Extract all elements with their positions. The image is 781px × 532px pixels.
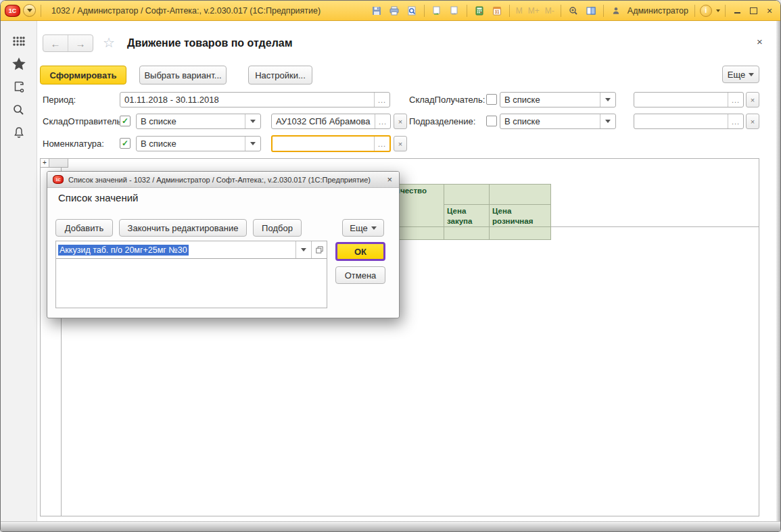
close-window-button[interactable]: × xyxy=(763,5,776,16)
report-header-price-purchase: Цена закупа xyxy=(444,204,490,227)
division-value-input[interactable] xyxy=(634,114,728,128)
value-list-dialog: 1С Список значений - 1032 / Администрато… xyxy=(47,171,400,318)
division-clear-button[interactable]: × xyxy=(746,114,759,129)
print-preview-icon[interactable] xyxy=(404,3,419,18)
file-print-icon[interactable] xyxy=(447,3,462,18)
chevron-down-icon xyxy=(371,226,377,230)
nav-history-group: ← → xyxy=(43,34,93,52)
save-icon[interactable] xyxy=(369,3,384,18)
value-list: Аккузид таб. п/о 20мг+25мг №30 xyxy=(55,241,327,308)
selected-value-text: Аккузид таб. п/о 20мг+25мг №30 xyxy=(58,245,189,256)
nomenclature-condition-select[interactable] xyxy=(136,136,261,151)
more-button[interactable]: Еще xyxy=(722,66,759,83)
functions-menu-icon[interactable] xyxy=(1,29,37,52)
main-menu-button[interactable] xyxy=(23,4,36,17)
search-icon[interactable] xyxy=(1,98,37,121)
sender-condition-select[interactable] xyxy=(136,114,261,129)
grid-hline xyxy=(551,226,759,227)
zoom-icon[interactable] xyxy=(566,3,581,18)
file-import-icon[interactable] xyxy=(429,3,444,18)
chevron-down-icon[interactable] xyxy=(716,9,720,12)
period-label: Период: xyxy=(43,92,76,107)
receiver-label: СкладПолучатель: xyxy=(409,92,485,107)
dialog-more-button[interactable]: Еще xyxy=(342,219,384,237)
sender-condition-dropdown[interactable] xyxy=(245,114,260,128)
maximize-icon xyxy=(750,7,757,14)
form-close-button[interactable]: × xyxy=(757,36,763,47)
dialog-heading: Список значений xyxy=(58,192,138,203)
sender-value-input[interactable] xyxy=(272,114,375,128)
memory-m-button[interactable]: M xyxy=(515,6,524,16)
period-field: ... xyxy=(120,92,390,107)
calendar-icon[interactable]: 31 xyxy=(490,3,504,18)
receiver-picker-button[interactable]: ... xyxy=(728,93,743,107)
separator xyxy=(561,5,561,17)
period-picker-button[interactable]: ... xyxy=(374,93,389,107)
calculator-icon[interactable] xyxy=(472,3,487,18)
pick-button[interactable]: Подбор xyxy=(253,219,302,237)
left-sidebar xyxy=(1,21,37,521)
separator xyxy=(725,5,726,17)
receiver-clear-button[interactable]: × xyxy=(746,92,759,107)
settings-button[interactable]: Настройки... xyxy=(248,66,312,84)
minimize-button[interactable] xyxy=(730,5,744,16)
report-header-price-retail: Цена розничная xyxy=(489,204,551,227)
finish-editing-button[interactable]: Закончить редактирование xyxy=(119,219,247,237)
current-user[interactable]: Администратор xyxy=(628,6,688,16)
receiver-condition-select[interactable] xyxy=(500,92,616,107)
choose-variant-button[interactable]: Выбрать вариант... xyxy=(139,66,227,84)
division-condition-select[interactable] xyxy=(500,114,616,129)
info-icon[interactable]: i xyxy=(700,5,712,17)
history-scroll-icon[interactable] xyxy=(1,75,37,98)
sender-clear-button[interactable]: × xyxy=(394,114,407,129)
receiver-checkbox[interactable] xyxy=(486,94,497,105)
maximize-button[interactable] xyxy=(747,5,760,16)
nomenclature-picker-button[interactable]: ... xyxy=(374,137,389,151)
sender-checkbox[interactable]: ✓ xyxy=(120,116,131,126)
period-input[interactable] xyxy=(120,93,374,107)
add-button[interactable]: Добавить xyxy=(55,219,113,237)
nomenclature-clear-button[interactable]: × xyxy=(394,136,407,151)
dialog-close-button[interactable]: × xyxy=(385,174,394,185)
chevron-down-icon xyxy=(27,9,32,12)
favorite-toggle-star-icon[interactable]: ☆ xyxy=(103,34,115,51)
value-list-editor-row[interactable]: Аккузид таб. п/о 20мг+25мг №30 xyxy=(56,241,327,259)
receiver-condition-dropdown[interactable] xyxy=(600,93,615,107)
division-checkbox[interactable] xyxy=(486,116,497,126)
editor-text-area[interactable]: Аккузид таб. п/о 20мг+25мг №30 xyxy=(56,241,295,258)
nomenclature-value-input[interactable] xyxy=(273,137,374,151)
receiver-value-input[interactable] xyxy=(634,93,728,107)
chevron-down-icon xyxy=(605,120,611,123)
sender-condition-value xyxy=(137,114,245,128)
forward-button[interactable]: → xyxy=(68,35,93,51)
window-bottom-edge xyxy=(1,521,780,532)
report-header-empty-cell xyxy=(444,184,490,205)
grid-expander-button[interactable]: + xyxy=(41,159,49,168)
memory-m-minus-button[interactable]: M- xyxy=(544,6,556,16)
chevron-down-icon xyxy=(250,142,256,145)
notifications-bell-icon[interactable] xyxy=(1,121,37,144)
nomenclature-condition-dropdown[interactable] xyxy=(245,137,260,151)
division-value-field: ... xyxy=(634,114,744,129)
generate-button[interactable]: Сформировать xyxy=(40,66,126,84)
ok-button[interactable]: ОК xyxy=(335,242,385,261)
window-title: 1032 / Администратор / Софт-Аптека:, v.2… xyxy=(51,6,321,16)
division-picker-button[interactable]: ... xyxy=(728,114,743,128)
editor-open-button[interactable] xyxy=(311,241,327,258)
grid-corner-cell xyxy=(49,159,68,168)
nomenclature-checkbox[interactable]: ✓ xyxy=(120,138,131,149)
titlebar: 1С 1032 / Администратор / Софт-Аптека:, … xyxy=(1,1,780,21)
sender-value-field: ... xyxy=(271,114,391,129)
memory-m-plus-button[interactable]: M+ xyxy=(527,6,541,16)
favorites-star-icon[interactable] xyxy=(1,52,37,75)
print-icon[interactable] xyxy=(387,3,402,18)
page-title: Движение товаров по отделам xyxy=(127,37,293,49)
back-button[interactable]: ← xyxy=(43,35,68,51)
division-condition-dropdown[interactable] xyxy=(600,114,615,128)
editor-dropdown-button[interactable] xyxy=(295,241,311,258)
chevron-down-icon xyxy=(250,120,256,123)
split-view-icon[interactable] xyxy=(584,3,598,18)
sender-picker-button[interactable]: ... xyxy=(375,114,390,128)
cancel-button[interactable]: Отмена xyxy=(335,266,385,284)
separator xyxy=(603,5,604,17)
